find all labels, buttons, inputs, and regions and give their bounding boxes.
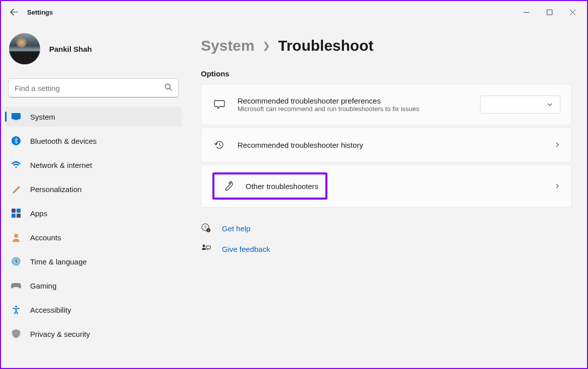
sidebar-item-accounts[interactable]: Accounts: [5, 227, 182, 247]
app-title: Settings: [27, 9, 53, 16]
sidebar-item-time[interactable]: Time & language: [5, 251, 182, 271]
close-icon: [570, 10, 575, 15]
apps-icon: [11, 208, 21, 218]
card-history[interactable]: Recommended troubleshooter history: [201, 127, 572, 162]
give-feedback-row: Give feedback: [201, 243, 572, 255]
give-feedback-link[interactable]: Give feedback: [222, 245, 270, 253]
svg-rect-2: [12, 114, 21, 119]
card-title: Recommended troubleshooter preferences: [238, 97, 480, 105]
search-icon: [164, 83, 172, 93]
svg-point-12: [15, 306, 17, 308]
sidebar-item-label: Accessibility: [30, 306, 71, 314]
sidebar-item-label: System: [30, 113, 55, 121]
card-recommended-preferences[interactable]: Recommended troubleshooter preferences M…: [201, 84, 572, 125]
card-title: Other troubleshooters: [246, 182, 318, 191]
sidebar-item-personalization[interactable]: Personalization: [5, 179, 182, 199]
chevron-down-icon: [547, 102, 553, 108]
sidebar: Pankil Shah System Bluetooth & devices N…: [1, 23, 186, 368]
sidebar-item-accessibility[interactable]: Accessibility: [5, 300, 182, 320]
svg-rect-0: [547, 10, 552, 15]
sidebar-item-system[interactable]: System: [5, 107, 182, 127]
profile-name: Pankil Shah: [49, 45, 92, 53]
svg-point-10: [14, 234, 18, 238]
search-input[interactable]: [15, 84, 164, 93]
sidebar-item-bluetooth[interactable]: Bluetooth & devices: [5, 131, 182, 151]
sidebar-item-gaming[interactable]: Gaming: [5, 275, 182, 296]
get-help-link[interactable]: Get help: [222, 224, 251, 233]
sidebar-item-privacy[interactable]: Privacy & security: [5, 324, 182, 344]
section-title: Options: [201, 69, 572, 78]
sidebar-item-label: Personalization: [30, 185, 82, 194]
card-sub: Microsoft can recommend and run troubles…: [238, 105, 480, 113]
get-help-row: ?? Get help: [201, 223, 572, 234]
minimize-icon: [524, 10, 529, 15]
card-title: Recommended troubleshooter history: [238, 141, 554, 149]
sidebar-item-label: Gaming: [30, 282, 57, 290]
time-icon: [11, 256, 21, 266]
profile[interactable]: Pankil Shah: [5, 23, 182, 78]
sidebar-item-label: Accounts: [30, 233, 61, 242]
troubleshooter-preferences-dropdown[interactable]: [480, 96, 560, 114]
nav: System Bluetooth & devices Network & int…: [5, 107, 182, 348]
network-icon: [11, 160, 21, 170]
maximize-icon: [547, 10, 552, 15]
accounts-icon: [11, 232, 21, 242]
svg-rect-3: [14, 119, 18, 120]
history-icon: [212, 139, 226, 150]
back-arrow-icon: [10, 8, 18, 16]
sidebar-item-label: Network & internet: [30, 161, 92, 169]
highlight-other-troubleshooters: Other troubleshooters: [212, 172, 327, 200]
sidebar-item-label: Time & language: [30, 257, 87, 266]
sidebar-item-label: Bluetooth & devices: [30, 137, 97, 145]
help-links: ?? Get help Give feedback: [201, 223, 572, 255]
svg-point-17: [203, 245, 205, 247]
card-other-troubleshooters[interactable]: Other troubleshooters: [201, 164, 572, 208]
svg-point-5: [16, 167, 17, 168]
breadcrumb-current: Troubleshoot: [278, 37, 374, 54]
titlebar: Settings: [1, 1, 587, 23]
help-icon: ??: [201, 223, 213, 234]
accessibility-icon: [11, 305, 21, 315]
search-box[interactable]: [8, 78, 179, 98]
svg-point-1: [165, 84, 170, 89]
main: System ❯ Troubleshoot Options Recommende…: [186, 23, 587, 368]
gaming-icon: [11, 281, 21, 291]
sidebar-item-network[interactable]: Network & internet: [5, 155, 182, 175]
svg-rect-7: [17, 209, 21, 213]
chevron-right-icon: [554, 183, 560, 189]
svg-rect-8: [12, 214, 16, 218]
svg-rect-18: [206, 246, 210, 249]
svg-text:?: ?: [204, 225, 206, 230]
system-icon: [11, 112, 21, 122]
personalization-icon: [11, 184, 21, 194]
chevron-right-icon: ❯: [263, 40, 270, 51]
chat-icon: [212, 99, 226, 110]
feedback-icon: [201, 243, 213, 255]
breadcrumb: System ❯ Troubleshoot: [201, 37, 572, 54]
sidebar-item-label: Privacy & security: [30, 330, 90, 338]
back-button[interactable]: [4, 1, 24, 23]
minimize-button[interactable]: [515, 4, 538, 20]
avatar: [9, 33, 40, 64]
close-button[interactable]: [561, 4, 584, 20]
bluetooth-icon: [11, 136, 21, 146]
window-controls: [515, 4, 584, 20]
svg-rect-9: [17, 214, 21, 218]
maximize-button[interactable]: [538, 4, 561, 20]
svg-rect-6: [12, 209, 16, 213]
sidebar-item-label: Apps: [30, 209, 47, 218]
wrench-icon: [221, 180, 236, 192]
privacy-icon: [11, 329, 21, 339]
sidebar-item-apps[interactable]: Apps: [5, 203, 182, 223]
chevron-right-icon: [554, 142, 560, 148]
breadcrumb-parent[interactable]: System: [201, 37, 255, 54]
